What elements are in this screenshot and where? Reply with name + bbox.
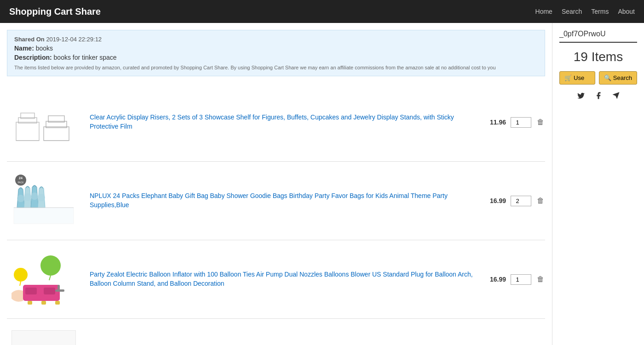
- svg-text:24: 24: [19, 176, 23, 180]
- sidebar: _0pf7OPrwoU 19 Items 🛒 Use 🔍 Search: [552, 23, 644, 345]
- svg-rect-25: [41, 301, 46, 305]
- product-controls: 16.99 🗑: [485, 274, 545, 285]
- product-item: Party Zealot Electric Balloon Inflator w…: [7, 240, 545, 319]
- quantity-input[interactable]: [511, 117, 531, 128]
- product-details: Party Zealot Electric Balloon Inflator w…: [90, 270, 476, 288]
- nav-home[interactable]: Home: [535, 8, 552, 15]
- items-count: 19 Items: [559, 50, 637, 64]
- delete-button[interactable]: 🗑: [536, 274, 545, 284]
- product-image-placeholder: ...: [12, 330, 76, 345]
- name-value: books: [36, 45, 53, 52]
- nav-search[interactable]: Search: [562, 8, 582, 15]
- product-controls: 16.99 🗑: [485, 196, 545, 206]
- product-image: ...: [7, 326, 80, 345]
- nav-terms[interactable]: Terms: [591, 8, 609, 15]
- social-icons: [559, 91, 637, 102]
- product-controls: 11.96 🗑: [485, 117, 545, 128]
- shared-on-value: 2019-12-04 22:29:12: [46, 36, 102, 43]
- desc-label: Description:: [14, 54, 52, 61]
- desc-row: Description: books for tinker space: [14, 54, 538, 61]
- svg-rect-0: [16, 122, 39, 141]
- header: Shopping Cart Share Home Search Terms Ab…: [0, 0, 644, 23]
- display-risers-image: [12, 95, 76, 150]
- search-icon: 🔍: [604, 74, 611, 81]
- svg-rect-24: [28, 301, 32, 305]
- shared-on-label: Shared On: [14, 36, 45, 43]
- svg-rect-16: [14, 208, 74, 224]
- svg-point-11: [17, 195, 24, 202]
- svg-rect-22: [55, 289, 64, 292]
- svg-point-17: [40, 255, 61, 276]
- app-title: Shopping Cart Share: [9, 6, 101, 17]
- amazon-icon: 🛒: [564, 74, 572, 81]
- product-title-link[interactable]: Clear Acrylic Display Risers, 2 Sets of …: [90, 113, 454, 130]
- twitter-icon[interactable]: [577, 91, 585, 102]
- elephant-bags-image: 24 PACK: [12, 173, 76, 228]
- content-area: Shared On 2019-12-04 22:29:12 Name: book…: [0, 23, 552, 345]
- name-label: Name:: [14, 45, 34, 52]
- svg-point-13: [31, 192, 38, 200]
- product-item: ... Metallic Balloon Decorations for Wed…: [7, 319, 545, 345]
- facebook-icon[interactable]: [594, 91, 603, 102]
- product-title-link[interactable]: Party Zealot Electric Balloon Inflator w…: [90, 271, 473, 287]
- search-button[interactable]: 🔍 Search: [599, 71, 637, 85]
- header-nav: Home Search Terms About: [535, 8, 635, 15]
- product-details: NPLUX 24 Packs Elephant Baby Gift Bag Ba…: [90, 192, 476, 209]
- product-image: [7, 90, 80, 154]
- nav-about[interactable]: About: [618, 8, 635, 15]
- product-details: Clear Acrylic Display Risers, 2 Sets of …: [90, 113, 476, 131]
- svg-point-18: [14, 268, 28, 282]
- quantity-input[interactable]: [511, 196, 531, 206]
- balloon-inflator-image: [12, 252, 76, 307]
- search-label: Search: [613, 74, 632, 81]
- svg-rect-20: [25, 288, 37, 294]
- telegram-icon[interactable]: [612, 91, 620, 102]
- product-price: 11.96: [485, 119, 506, 126]
- svg-point-14: [38, 194, 45, 201]
- product-item: Clear Acrylic Display Risers, 2 Sets of …: [7, 83, 545, 162]
- product-item: 24 PACK: [7, 162, 545, 240]
- info-box: Shared On 2019-12-04 22:29:12 Name: book…: [7, 30, 545, 76]
- main-layout: Shared On 2019-12-04 22:29:12 Name: book…: [0, 23, 644, 345]
- product-list: Clear Acrylic Display Risers, 2 Sets of …: [7, 83, 545, 345]
- product-image: 24 PACK: [7, 169, 80, 233]
- svg-point-12: [24, 193, 31, 201]
- svg-rect-23: [58, 285, 60, 289]
- delete-button[interactable]: 🗑: [536, 117, 545, 127]
- product-title-link[interactable]: NPLUX 24 Packs Elephant Baby Gift Bag Ba…: [90, 192, 448, 209]
- amazon-use-button[interactable]: 🛒 Use: [559, 71, 595, 85]
- svg-text:PACK: PACK: [17, 181, 24, 184]
- svg-rect-26: [55, 301, 60, 305]
- shared-on-row: Shared On 2019-12-04 22:29:12: [14, 36, 538, 43]
- product-price: 16.99: [485, 276, 506, 283]
- quantity-input[interactable]: [511, 274, 531, 285]
- sidebar-code: _0pf7OPrwoU: [559, 30, 637, 43]
- use-label: Use: [574, 74, 584, 81]
- svg-rect-21: [44, 288, 55, 294]
- delete-button[interactable]: 🗑: [536, 196, 545, 206]
- name-row: Name: books: [14, 45, 538, 52]
- disclaimer-text: The items listed below are provided by a…: [14, 65, 538, 70]
- product-image: [7, 247, 80, 311]
- sidebar-buttons: 🛒 Use 🔍 Search: [559, 71, 637, 85]
- product-price: 16.99: [485, 197, 506, 204]
- svg-rect-3: [44, 127, 69, 141]
- desc-value: books for tinker space: [54, 54, 117, 61]
